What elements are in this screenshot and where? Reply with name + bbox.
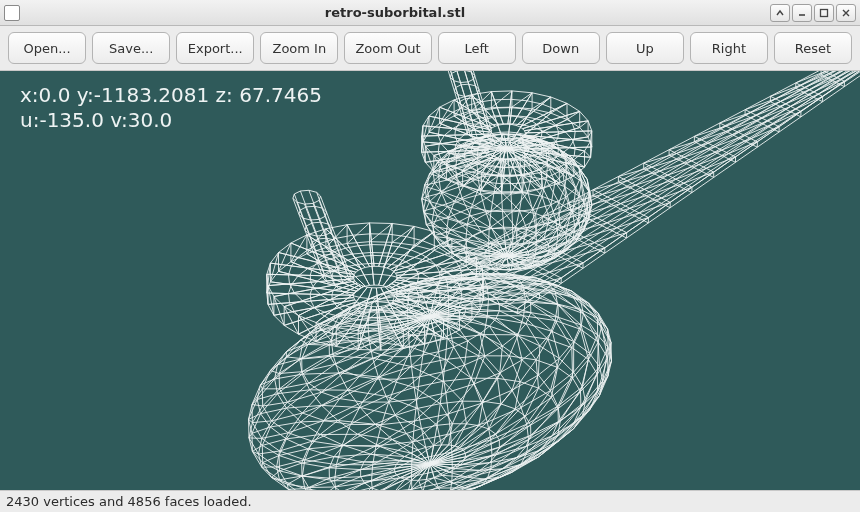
rollup-button[interactable] [770,4,790,22]
window-title: retro-suborbital.stl [26,5,764,20]
maximize-button[interactable] [814,4,834,22]
overlay-line-2: u:-135.0 v:30.0 [20,108,172,132]
left-button[interactable]: Left [438,32,516,64]
export-button[interactable]: Export... [176,32,254,64]
close-button[interactable] [836,4,856,22]
camera-overlay: x:0.0 y:-1183.2081 z: 67.7465 u:-135.0 v… [20,83,322,133]
viewport-3d[interactable]: x:0.0 y:-1183.2081 z: 67.7465 u:-135.0 v… [0,71,860,490]
open-button[interactable]: Open... [8,32,86,64]
reset-button[interactable]: Reset [774,32,852,64]
status-bar: 2430 vertices and 4856 faces loaded. [0,490,860,512]
toolbar: Open... Save... Export... Zoom In Zoom O… [0,26,860,71]
wireframe-mesh [0,71,860,490]
svg-rect-1 [821,9,828,16]
up-button[interactable]: Up [606,32,684,64]
app-icon [4,5,20,21]
down-button[interactable]: Down [522,32,600,64]
right-button[interactable]: Right [690,32,768,64]
zoom-in-button[interactable]: Zoom In [260,32,338,64]
zoom-out-button[interactable]: Zoom Out [344,32,431,64]
minimize-button[interactable] [792,4,812,22]
status-text: 2430 vertices and 4856 faces loaded. [6,494,252,509]
window-titlebar: retro-suborbital.stl [0,0,860,26]
save-button[interactable]: Save... [92,32,170,64]
overlay-line-1: x:0.0 y:-1183.2081 z: 67.7465 [20,83,322,107]
window-controls [770,4,856,22]
